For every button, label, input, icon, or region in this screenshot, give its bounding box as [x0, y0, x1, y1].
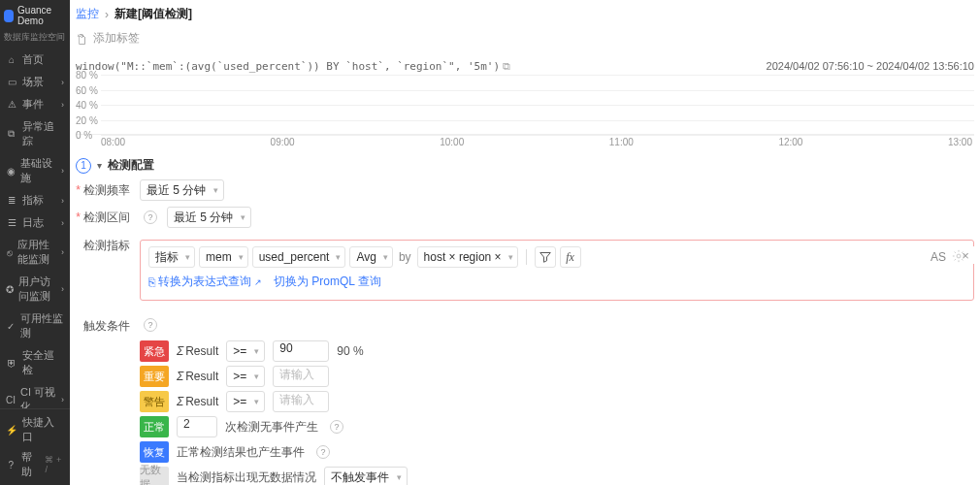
shortcut-hint: ⌘ + /	[45, 455, 64, 474]
groupby-select[interactable]: host × region ×	[417, 246, 518, 268]
lightning-icon: ⚡	[6, 424, 17, 436]
help-icon: ?	[6, 459, 16, 470]
section-1-title: 检测配置	[108, 157, 154, 174]
brand-logo-icon	[4, 10, 14, 22]
ytick: 20 %	[76, 115, 98, 126]
nav-指标[interactable]: ≣指标›	[0, 189, 70, 211]
nav-场景[interactable]: ▭场景›	[0, 71, 70, 93]
chevron-right-icon: ›	[61, 166, 64, 176]
tag-row: 🏷 添加标签	[76, 28, 974, 52]
ytick: 0 %	[76, 130, 92, 141]
agg-select[interactable]: Avg	[349, 246, 392, 268]
fx-icon[interactable]: fx	[560, 246, 581, 268]
tag-placeholder[interactable]: 添加标签	[93, 30, 140, 47]
nav-icon: ✪	[6, 283, 14, 295]
metric-label: 检测指标	[76, 234, 130, 254]
nav-icon: ⚠	[6, 99, 17, 111]
nav-日志[interactable]: ☰日志›	[0, 211, 70, 234]
op-select[interactable]: >=	[226, 366, 265, 387]
nav-icon: ⌂	[6, 54, 17, 66]
link-icon: ⎘	[148, 275, 155, 289]
copy-icon[interactable]: ⧉	[503, 60, 510, 72]
nav-应用性能监测[interactable]: ⎋应用性能监测›	[0, 234, 70, 271]
sidebar-footer: ⚡ 快捷入口 ? 帮助 ⌘ + /	[0, 408, 70, 485]
ytick: 40 %	[76, 100, 98, 111]
range-select[interactable]: 最近 5 分钟	[167, 207, 251, 228]
sidebar: Guance Demo 数据库监控空间 ⌂首页▭场景›⚠事件›⧉异常追踪◉基础设…	[0, 0, 70, 485]
quick-entry[interactable]: ⚡ 快捷入口	[6, 415, 64, 444]
chart-query: window("M::`mem`:(avg(`used_percent`)) B…	[76, 60, 500, 73]
breadcrumb: 监控 › 新建[阈值检测]	[76, 0, 974, 28]
xtick: 08:00	[101, 137, 125, 147]
threshold-input[interactable]: 请输入	[273, 391, 329, 412]
switch-promql-link[interactable]: 切换为 PromQL 查询	[274, 274, 381, 290]
as-label[interactable]: AS	[931, 250, 946, 264]
nav-异常追踪[interactable]: ⧉异常追踪	[0, 115, 70, 152]
nav-首页[interactable]: ⌂首页	[0, 48, 70, 71]
nav-安全巡检[interactable]: ⛨安全巡检	[0, 344, 70, 381]
severity-badge: 重要	[140, 366, 169, 387]
op-select[interactable]: >=	[226, 340, 265, 362]
chevron-right-icon: ›	[61, 395, 64, 404]
severity-badge: 紧急	[140, 340, 169, 362]
recover-help-icon[interactable]: ?	[316, 445, 330, 459]
preview-chart: window("M::`mem`:(avg(`used_percent`)) B…	[76, 58, 974, 147]
trigger-row-orange: 重要Σ Result>=请输入	[140, 366, 974, 387]
freq-label: 检测频率	[76, 182, 130, 199]
ok-help-icon[interactable]: ?	[330, 420, 343, 434]
crumb-root[interactable]: 监控	[76, 6, 99, 22]
nav-CI 可视化[interactable]: CICI 可视化›	[0, 381, 70, 408]
help-entry[interactable]: ? 帮助 ⌘ + /	[6, 450, 64, 479]
op-select[interactable]: >=	[226, 391, 265, 412]
trigger-row-red: 紧急Σ Result>=9090 %	[140, 340, 974, 362]
ytick: 60 %	[76, 85, 98, 96]
nav-基础设施[interactable]: ◉基础设施›	[0, 152, 70, 189]
chevron-down-icon: ▾	[97, 160, 102, 171]
workspace-name: 数据库监控空间	[0, 31, 70, 48]
trigger-row-nodata: 无数据当检测指标出现无数据情况不触发事件	[140, 467, 974, 485]
filter-icon[interactable]	[535, 246, 556, 268]
measurement-select[interactable]: mem	[199, 246, 248, 268]
section-1-header[interactable]: 1 ▾ 检测配置	[76, 157, 974, 174]
xtick: 12:00	[778, 137, 802, 147]
brand-name: Guance Demo	[17, 5, 66, 26]
metric-kind-select[interactable]: 指标	[148, 246, 195, 268]
nodata-action-select[interactable]: 不触发事件	[324, 467, 408, 485]
convert-expr-link[interactable]: ⎘ 转换为表达式查询 ↗	[148, 274, 262, 290]
separator	[526, 249, 527, 265]
threshold-input[interactable]: 90	[273, 340, 329, 362]
chevron-right-icon: ›	[61, 247, 64, 257]
page-title: 新建[阈值检测]	[114, 6, 192, 22]
trigger-help-icon[interactable]: ?	[144, 318, 157, 332]
brand: Guance Demo	[0, 0, 70, 31]
metric-editor: × 指标 mem used_percent Avg by host × regi…	[140, 240, 974, 301]
xtick: 11:00	[609, 137, 634, 147]
time-range: 2024/04/02 07:56:10 ~ 2024/04/02 13:56:1…	[767, 60, 974, 73]
chart-canvas: 80 %60 %40 %20 %0 %	[76, 75, 974, 135]
nav-事件[interactable]: ⚠事件›	[0, 93, 70, 115]
nav-icon: ≣	[6, 195, 17, 207]
nav-icon: ◉	[6, 165, 16, 177]
range-help-icon[interactable]: ?	[144, 210, 157, 224]
nav-icon: ☰	[6, 217, 17, 229]
chevron-right-icon: ›	[61, 284, 64, 294]
severity-badge: 恢复	[140, 441, 169, 463]
severity-badge: 无数据	[140, 467, 169, 485]
step-badge-1: 1	[76, 158, 91, 174]
trigger-row-recover: 恢复正常检测结果也产生事件?	[140, 441, 974, 463]
severity-badge: 正常	[140, 416, 169, 437]
threshold-input[interactable]: 请输入	[273, 366, 329, 387]
nav-icon: ⧉	[6, 128, 17, 140]
ytick: 80 %	[76, 70, 98, 81]
trigger-row-ok: 正常2次检测无事件产生?	[140, 416, 974, 437]
xtick: 10:00	[440, 137, 464, 147]
freq-select[interactable]: 最近 5 分钟	[140, 179, 224, 201]
trigger-row-yellow: 警告Σ Result>=请输入	[140, 391, 974, 412]
nav-用户访问监测[interactable]: ✪用户访问监测›	[0, 271, 70, 307]
nav-icon: ✓	[6, 320, 16, 332]
nav-icon: ▭	[6, 77, 17, 88]
ok-count-input[interactable]: 2	[177, 416, 217, 437]
nav-可用性监测[interactable]: ✓可用性监测	[0, 307, 70, 344]
field-select[interactable]: used_percent	[252, 246, 346, 268]
chevron-right-icon: ›	[61, 78, 64, 87]
